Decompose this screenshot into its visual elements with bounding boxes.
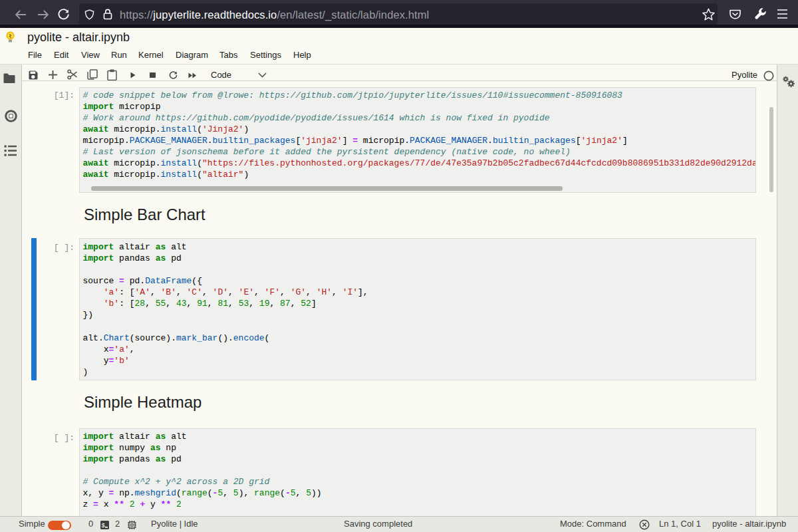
svg-text:$: $ xyxy=(101,523,105,529)
